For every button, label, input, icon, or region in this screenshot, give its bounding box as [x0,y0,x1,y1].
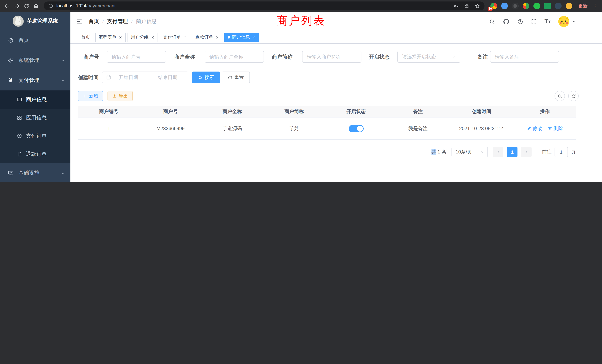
search-button[interactable]: 搜索 [192,72,220,83]
extension-icon[interactable] [555,3,562,9]
page-size-select[interactable]: 10条/页 [452,147,488,157]
page-annotation: 商户列表 [277,13,325,29]
browser-forward-button[interactable] [12,1,22,11]
show-search-toggle-button[interactable] [555,91,565,101]
share-icon[interactable] [464,3,469,9]
user-menu[interactable] [558,16,576,27]
document-icon [16,151,22,157]
merchant-table: 商户编号 商户号 商户全称 商户简称 开启状态 备注 创建时间 操作 1 M23… [78,106,576,140]
filter-label-create-time: 创建时间 [78,72,99,83]
prev-page-button[interactable] [493,147,503,157]
help-icon[interactable] [517,18,523,25]
close-icon[interactable] [150,35,155,39]
short-name-input[interactable] [302,51,361,63]
tab-process-form[interactable]: 流程表单 [95,32,126,42]
add-button[interactable]: 新增 [78,91,103,101]
extension-icon[interactable] [533,3,540,9]
delete-button[interactable]: 删除 [548,125,563,132]
refresh-table-button[interactable] [568,91,579,101]
trash-icon [548,126,552,131]
table-row: 1 M233666999 芋道源码 芋艿 我是备注 2021-10-23 08:… [78,118,576,140]
close-icon[interactable] [215,35,219,39]
tab-merchant-info[interactable]: 商户信息 [224,32,259,42]
sidebar-item-merchant-info[interactable]: 商户信息 [0,90,70,109]
search-icon[interactable] [489,18,495,25]
sidebar-item-home[interactable]: 首页 [0,30,70,50]
jump-suffix-label: 页 [571,149,576,155]
extension-icon[interactable] [512,3,519,9]
url-origin: localhost:1024 [56,3,86,9]
breadcrumb-item[interactable]: 首页 [89,18,99,25]
sidebar-item-label: 支付管理 [19,77,60,84]
extension-badge: 10 [488,7,493,11]
close-icon[interactable] [118,35,122,39]
merchant-no-input[interactable] [107,51,166,63]
sidebar-item-label: 应用信息 [26,114,47,121]
yen-icon: ¥ [7,77,14,83]
tab-refund-orders[interactable]: 退款订单 [192,32,222,42]
bookmark-star-icon[interactable] [474,3,480,9]
font-size-icon[interactable]: TT [545,18,551,25]
payment-submenu: 商户信息 应用信息 支付订单 退款订单 [0,90,70,163]
page-number-current[interactable]: 1 [507,147,517,157]
tab-label: 首页 [81,34,90,40]
app-logo[interactable]: 芋道管理系统 [0,12,70,30]
plus-icon [83,94,87,98]
sidebar-item-app-info[interactable]: 应用信息 [0,109,70,127]
full-name-input[interactable] [205,51,264,63]
reset-button[interactable]: 重置 [222,72,250,83]
remark-input[interactable] [490,51,559,63]
user-avatar [558,16,569,27]
jump-prefix-label: 前往 [542,149,552,155]
tab-user-group[interactable]: 用户分组 [128,32,158,42]
sidebar-fold-icon[interactable] [76,18,83,25]
chevron-down-icon [60,58,65,63]
site-info-icon[interactable] [48,3,53,9]
sidebar-menu: 首页 系统管理 ¥ 支付管理 商户信息 应用信息 [0,30,70,182]
next-page-button[interactable] [521,147,532,157]
create-time-range-picker[interactable]: 开始日期 - 结束日期 [102,72,188,83]
pagination-total: 共 1 条 [431,149,446,155]
tab-label: 支付订单 [163,34,181,40]
browser-menu-icon[interactable]: ⋮ [592,3,598,9]
edit-button[interactable]: 修改 [527,125,542,132]
address-bar[interactable]: localhost:1024/pay/merchant [44,1,484,10]
extension-icon[interactable] [544,3,551,9]
download-icon [112,94,117,98]
close-icon[interactable] [252,35,256,39]
saved-password-key-icon[interactable] [453,3,459,9]
tab-home[interactable]: 首页 [78,32,93,42]
sidebar-item-system[interactable]: 系统管理 [0,50,70,70]
toggle-knob [357,126,363,131]
fullscreen-icon[interactable] [531,18,537,25]
browser-back-button[interactable] [2,1,12,11]
page-jump-input[interactable] [555,147,568,157]
browser-toolbar: localhost:1024/pay/merchant 10 更新 ⋮ [0,0,602,12]
extension-icon[interactable] [501,3,508,9]
sidebar-item-infrastructure[interactable]: 基础设施 [0,163,70,182]
extension-icon[interactable]: 10 [490,3,497,9]
export-button[interactable]: 导出 [108,91,133,101]
close-icon[interactable] [183,35,187,39]
gear-icon [7,57,14,63]
tab-pay-orders[interactable]: 支付订单 [160,32,190,42]
date-start-placeholder: 开始日期 [112,74,145,81]
sidebar-item-label: 支付订单 [26,132,47,139]
page-size-value: 10条/页 [456,149,472,155]
cell-merchant-id: 1 [78,126,140,131]
breadcrumb-item[interactable]: 支付管理 [107,18,128,25]
sidebar-item-payment[interactable]: ¥ 支付管理 [0,70,70,90]
sidebar-item-refund-orders[interactable]: 退款订单 [0,145,70,163]
browser-reload-button[interactable] [22,1,31,11]
profile-avatar-icon[interactable] [566,3,572,9]
github-icon[interactable] [503,18,510,25]
status-select[interactable]: 请选择开启状态 [397,51,460,63]
add-button-label: 新增 [89,93,98,99]
edit-button-label: 修改 [533,125,542,132]
browser-home-button[interactable] [31,1,41,11]
extension-icon[interactable] [523,3,529,9]
cell-actions: 修改 删除 [514,125,576,132]
status-toggle[interactable] [349,125,364,132]
sidebar-item-pay-orders[interactable]: 支付订单 [0,127,70,145]
browser-update-button[interactable]: 更新 [578,3,588,9]
